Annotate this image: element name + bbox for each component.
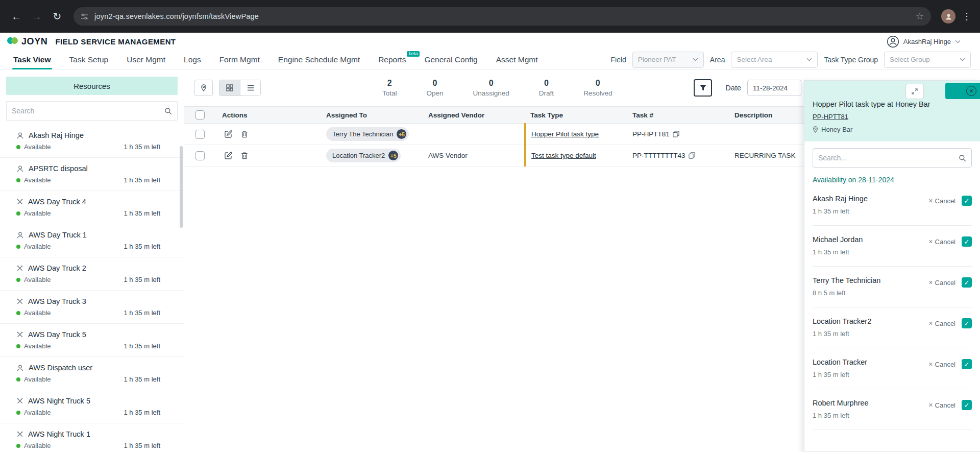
resource-item[interactable]: Akash Raj Hinge Available 1 h 35 m left	[0, 125, 184, 158]
search-icon[interactable]	[164, 107, 172, 115]
grid-view-button[interactable]	[219, 80, 240, 96]
chevron-down-icon	[955, 40, 961, 43]
resource-item[interactable]: APSRTC disposal Available 1 h 35 m left	[0, 158, 184, 191]
resource-item[interactable]: AWS Day Truck 2 Available 1 h 35 m left	[0, 257, 184, 291]
assignee-chip[interactable]: Terry The Technician +5	[326, 127, 409, 141]
nav-tab[interactable]: Logs	[184, 50, 201, 69]
task-type-cell: Test task type default	[525, 145, 627, 166]
panel-expand-button[interactable]	[905, 84, 924, 99]
assigned-checkbox[interactable]: ✓	[962, 277, 972, 288]
resource-item[interactable]: AWS Day Truck 1 Available 1 h 35 m left	[0, 224, 184, 257]
cancel-x-icon: ×	[928, 360, 933, 368]
resource-item[interactable]: AWS Day Truck 5 Available 1 h 35 m left	[0, 324, 184, 357]
browser-profile-avatar[interactable]	[941, 9, 955, 23]
chevron-down-icon	[806, 58, 812, 61]
assigned-checkbox[interactable]: ✓	[962, 400, 972, 410]
more-assignees-badge[interactable]: +5	[397, 129, 406, 139]
nav-tab[interactable]: Form Mgmt	[219, 50, 260, 69]
sidebar-scrollbar[interactable]	[180, 146, 183, 228]
map-view-button[interactable]	[194, 80, 213, 96]
stat-label: Open	[427, 89, 444, 97]
close-panel-icon[interactable]: ✕	[966, 86, 976, 96]
stat-value: 0	[473, 79, 509, 88]
resource-time-left: 1 h 35 m left	[124, 409, 160, 416]
bookmark-star-icon[interactable]: ☆	[916, 12, 924, 21]
resource-item[interactable]: AWS Dispatch user Available 1 h 35 m lef…	[0, 357, 184, 390]
resource-item[interactable]: AWS Day Truck 4 Available 1 h 35 m left	[0, 191, 184, 224]
area-select[interactable]: Select Area	[731, 52, 818, 68]
browser-reload-button[interactable]: ↻	[48, 7, 66, 26]
task-number: PP-HPTT81	[632, 130, 670, 138]
cancel-assignment-button[interactable]: × Cancel	[928, 278, 955, 287]
edit-task-icon[interactable]	[224, 130, 233, 138]
column-header-assigned-to: Assigned To	[321, 107, 423, 124]
copy-task-number-icon[interactable]	[673, 131, 679, 137]
technician-search-input[interactable]	[818, 154, 954, 162]
cancel-assignment-button[interactable]: × Cancel	[928, 401, 955, 409]
cancel-assignment-button[interactable]: × Cancel	[928, 360, 955, 368]
nav-tab-label: Task View	[13, 55, 51, 64]
assigned-checkbox[interactable]: ✓	[962, 359, 972, 369]
select-all-checkbox[interactable]	[195, 110, 205, 120]
check-icon: ✓	[964, 238, 970, 246]
date-input[interactable]	[747, 80, 801, 96]
technician-time-left: 1 h 35 m left	[813, 371, 867, 378]
nav-tab[interactable]: Asset Mgmt	[496, 50, 538, 69]
assigned-checkbox[interactable]: ✓	[962, 196, 972, 206]
user-menu[interactable]: AkashRaj Hinge	[887, 35, 973, 48]
site-settings-icon[interactable]	[81, 13, 88, 20]
row-checkbox[interactable]	[195, 130, 205, 139]
global-filters: Field Pioneer PAT Area Select Area Task …	[610, 52, 975, 68]
stat-label: Unassigned	[473, 89, 509, 97]
user-name: AkashRaj Hinge	[903, 38, 951, 45]
assignee-chip[interactable]: Location Tracker2 +5	[326, 149, 401, 162]
nav-tab[interactable]: Task View	[13, 50, 51, 69]
copy-task-number-icon[interactable]	[689, 152, 695, 159]
field-select[interactable]: Pioneer PAT	[632, 52, 704, 68]
person-icon	[16, 132, 24, 139]
edit-task-icon[interactable]	[224, 151, 233, 160]
resource-item[interactable]: AWS Night Truck 1 Available 1 h 35 m lef…	[0, 423, 184, 452]
search-icon[interactable]	[959, 154, 966, 162]
resource-status: Available	[24, 309, 51, 317]
resource-item[interactable]: AWS Day Truck 3 Available 1 h 35 m left	[0, 291, 184, 324]
assigned-checkbox[interactable]: ✓	[962, 236, 972, 247]
resource-name: AWS Night Truck 1	[28, 430, 90, 438]
resource-name: AWS Day Truck 1	[29, 231, 87, 239]
delete-task-icon[interactable]	[241, 130, 248, 138]
browser-menu-icon[interactable]: ⋮	[961, 11, 973, 22]
task-type-group-select[interactable]: Select Group	[884, 52, 971, 68]
filter-button[interactable]	[694, 79, 712, 97]
stat: 0 Draft	[539, 79, 554, 97]
cancel-assignment-button[interactable]: × Cancel	[928, 319, 955, 327]
stat: 0 Unassigned	[473, 79, 509, 97]
nav-tab[interactable]: General Config	[424, 50, 477, 69]
stat: 0 Open	[427, 79, 444, 97]
nav-tab[interactable]: Engine Schedule Mgmt	[278, 50, 360, 69]
more-assignees-badge[interactable]: +5	[388, 151, 398, 160]
resource-item[interactable]: AWS Night Truck 5 Available 1 h 35 m lef…	[0, 390, 184, 423]
row-checkbox[interactable]	[195, 151, 205, 160]
assigned-checkbox[interactable]: ✓	[962, 318, 972, 328]
nav-tab[interactable]: User Mgmt	[127, 50, 165, 69]
nav-tab[interactable]: Task Setup	[69, 50, 109, 69]
delete-task-icon[interactable]	[241, 152, 248, 159]
cancel-assignment-button[interactable]: × Cancel	[928, 197, 955, 205]
resource-search-input[interactable]	[12, 107, 160, 115]
resource-status: Available	[24, 375, 51, 383]
stat: 2 Total	[382, 79, 397, 97]
technician-time-left: 1 h 35 m left	[813, 248, 863, 256]
browser-forward-button[interactable]: →	[28, 7, 46, 26]
column-header-actions: Actions	[217, 107, 321, 124]
task-type-link[interactable]: Hopper Pilot task type	[531, 130, 599, 138]
panel-primary-button[interactable]: ✕	[945, 83, 980, 99]
task-type-link[interactable]: Test task type default	[531, 152, 596, 159]
stat-label: Total	[382, 89, 397, 97]
cancel-assignment-button[interactable]: × Cancel	[928, 237, 955, 246]
nav-tab[interactable]: Reports beta	[378, 50, 406, 69]
task-number-link[interactable]: PP-HPTT81	[813, 113, 848, 121]
browser-back-button[interactable]: ←	[7, 7, 26, 26]
address-bar[interactable]: joyn2-qa.sevenlakes.com/joynfsm/taskView…	[74, 7, 931, 26]
list-view-button[interactable]	[240, 80, 260, 96]
cancel-label: Cancel	[935, 279, 955, 287]
